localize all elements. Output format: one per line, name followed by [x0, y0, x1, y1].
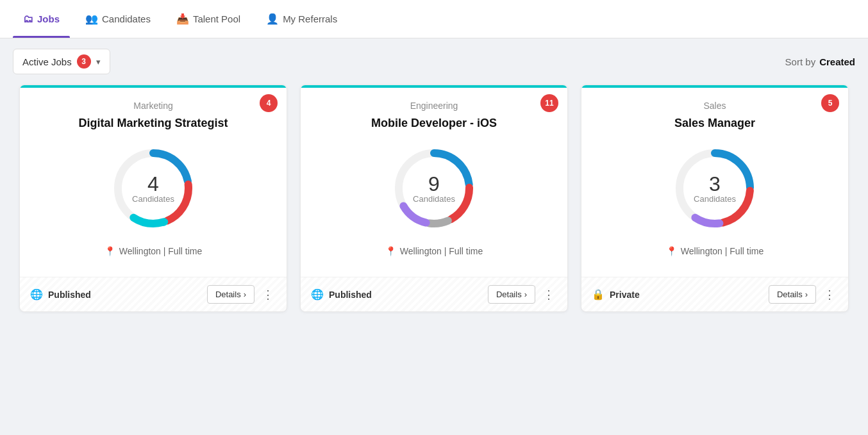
- pin-icon-3: 📍: [666, 246, 677, 256]
- card-badge-2: 11: [540, 94, 558, 112]
- details-button-3[interactable]: Details ›: [769, 285, 816, 304]
- donut-chart-3: 3 Candidates: [597, 144, 833, 233]
- nav-label-talent-pool: Talent Pool: [193, 13, 240, 24]
- candidate-count-1: 4: [132, 174, 174, 194]
- candidate-label-1: Candidates: [132, 194, 174, 204]
- job-card-3: 5 Sales Sales Manager 3: [581, 85, 849, 312]
- sort-prefix: Sort by: [785, 56, 816, 67]
- globe-icon-1: 🌐: [30, 288, 43, 300]
- active-jobs-filter-button[interactable]: Active Jobs 3 ▾: [13, 49, 110, 74]
- my-referrals-icon: 👤: [266, 13, 279, 25]
- donut-center-3: 3 Candidates: [694, 174, 736, 204]
- candidate-count-3: 3: [694, 174, 736, 194]
- job-title-2: Mobile Developer - iOS: [316, 116, 552, 131]
- pin-icon-1: 📍: [104, 246, 115, 256]
- more-options-button-2[interactable]: ⋮: [540, 286, 557, 303]
- filter-label: Active Jobs: [22, 56, 72, 67]
- footer-actions-1: Details › ⋮: [207, 285, 276, 304]
- candidate-count-2: 9: [413, 174, 455, 194]
- status-area-3: 🔒 Private: [592, 288, 640, 300]
- job-card-1: 4 Marketing Digital Marketing Strategist: [19, 85, 287, 312]
- department-1: Marketing: [35, 101, 271, 111]
- nav-item-jobs[interactable]: 🗂 Jobs: [13, 0, 70, 38]
- nav-item-candidates[interactable]: 👥 Candidates: [75, 0, 161, 38]
- status-text-2: Published: [329, 290, 372, 300]
- nav-label-jobs: Jobs: [37, 13, 60, 24]
- nav-item-my-referrals[interactable]: 👤 My Referrals: [256, 0, 347, 38]
- nav-label-my-referrals: My Referrals: [283, 13, 337, 24]
- candidate-label-2: Candidates: [413, 194, 455, 204]
- top-navigation: 🗂 Jobs 👥 Candidates 📥 Talent Pool 👤 My R…: [0, 0, 868, 38]
- location-3: 📍 Wellington | Full time: [597, 246, 833, 256]
- candidate-label-3: Candidates: [694, 194, 736, 204]
- job-card-2: 11 Engineering Mobile Developer - iOS: [300, 85, 568, 312]
- nav-item-talent-pool[interactable]: 📥 Talent Pool: [166, 0, 251, 38]
- donut-center-1: 4 Candidates: [132, 174, 174, 204]
- filter-count-badge: 3: [77, 54, 91, 69]
- donut-chart-2: 9 Candidates: [316, 144, 552, 233]
- donut-center-2: 9 Candidates: [413, 174, 455, 204]
- footer-actions-3: Details › ⋮: [769, 285, 838, 304]
- candidates-icon: 👥: [85, 13, 98, 25]
- nav-label-candidates: Candidates: [102, 13, 151, 24]
- job-title-1: Digital Marketing Strategist: [35, 116, 271, 131]
- donut-chart-1: 4 Candidates: [35, 144, 271, 233]
- card-footer-2: 🌐 Published Details › ⋮: [301, 277, 567, 311]
- card-badge-3: 5: [821, 94, 839, 112]
- status-area-2: 🌐 Published: [311, 288, 372, 300]
- status-text-3: Private: [610, 290, 640, 300]
- details-button-2[interactable]: Details ›: [488, 285, 535, 304]
- location-1: 📍 Wellington | Full time: [35, 246, 271, 256]
- globe-icon-2: 🌐: [311, 288, 324, 300]
- details-button-1[interactable]: Details ›: [207, 285, 255, 304]
- lock-icon-3: 🔒: [592, 288, 605, 300]
- status-area-1: 🌐 Published: [30, 288, 91, 300]
- chevron-down-icon: ▾: [96, 57, 101, 67]
- location-2: 📍 Wellington | Full time: [316, 246, 552, 256]
- sort-value: Created: [819, 56, 855, 67]
- card-badge-1: 4: [260, 94, 278, 112]
- pin-icon-2: 📍: [385, 246, 396, 256]
- talent-pool-icon: 📥: [176, 13, 189, 25]
- footer-actions-2: Details › ⋮: [488, 285, 557, 304]
- sort-area: Sort by Created: [785, 56, 855, 67]
- jobs-cards-grid: 4 Marketing Digital Marketing Strategist: [0, 85, 868, 325]
- department-2: Engineering: [316, 101, 552, 111]
- toolbar: Active Jobs 3 ▾ Sort by Created: [0, 38, 868, 85]
- job-title-3: Sales Manager: [597, 116, 833, 131]
- more-options-button-3[interactable]: ⋮: [821, 286, 838, 303]
- card-footer-3: 🔒 Private Details › ⋮: [581, 277, 848, 311]
- department-3: Sales: [597, 101, 833, 111]
- card-footer-1: 🌐 Published Details › ⋮: [20, 277, 287, 311]
- jobs-icon: 🗂: [23, 13, 33, 25]
- status-text-1: Published: [48, 290, 91, 300]
- more-options-button-1[interactable]: ⋮: [260, 286, 276, 303]
